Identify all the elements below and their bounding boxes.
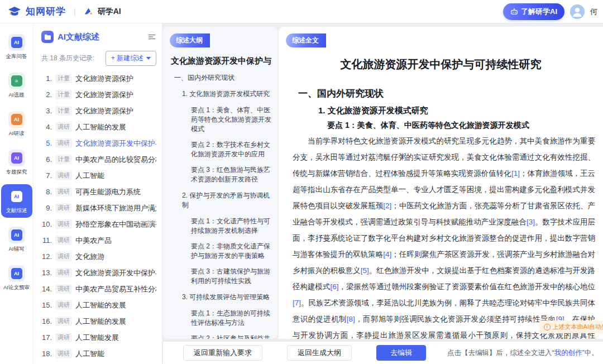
footer-note-prefix: 点击【去编辑】后，综述全文进入“ [447,349,554,357]
history-list-item[interactable]: 4.调研人工智能的发展 [41,119,156,135]
citation-link[interactable]: [6] [331,282,339,291]
history-list-item[interactable]: 14.调研中美农产品贸易互补性分析 [41,281,156,297]
sidebar-item-qa[interactable]: AI全库问答 [1,30,32,64]
history-item-title: 中美农产品贸易互补性分析 [75,284,156,294]
history-list-item[interactable]: 1.计量文化旅游资源保护 [41,70,156,87]
collapse-panel-icon[interactable] [147,33,156,41]
learn-ai-button[interactable]: 了解研学AI [503,3,564,20]
history-list-item[interactable]: 12.调研文化旅游 [41,248,156,265]
outline-item[interactable]: 要点 1：生态旅游的可持续性评估标准与方法 [191,309,272,328]
citation-link[interactable]: [5] [361,266,369,275]
history-item-index: 16. [41,317,52,325]
outline-item[interactable]: 要点 2：数字技术在乡村文化旅游资源开发中的应用 [191,140,272,159]
history-type-badge: 调研 [55,300,72,310]
outline-item[interactable]: 要点 1：美食、体育、中医药等特色文化旅游资源开发模式 [191,106,272,134]
history-list-item[interactable]: 11.调研中美农产品 [41,232,156,248]
history-item-index: 4. [41,123,52,131]
citation-link[interactable]: [8] [347,315,355,323]
history-list-item[interactable]: 17.调研人工智能发展 [41,329,156,346]
history-type-badge: 调研 [55,252,72,261]
outline-item[interactable]: 1. 文化旅游资源开发模式研究 [182,89,271,99]
history-item-title: 人工智能 [75,171,156,181]
history-item-title: 文化旅游资源保护 [75,106,156,116]
back-to-input-button[interactable]: 返回重新输入要求 [183,345,262,361]
footer-buttons: 重新生成返回重新输入要求返回生成大纲继续生成去编辑 [183,345,426,361]
history-type-badge: 调研 [55,171,72,180]
my-creations-link[interactable]: 我的创作 [554,349,582,357]
back-to-outline-button[interactable]: 返回生成大纲 [287,345,352,361]
history-list-item[interactable]: 16.调研人工智能的发展 [41,313,156,329]
history-item-title: 中美农产品的比较贸易分析 [75,155,156,165]
history-list-item[interactable]: 3.计量文化旅游资源保护 [41,103,156,119]
subsection-heading: 1. 文化旅游资源开发模式研究 [318,106,596,116]
history-list-item[interactable]: 18.调研人工智能 [41,346,156,362]
sidebar-item-label: AI选题 [9,92,25,99]
outline-item[interactable]: 要点 2：社区参与及利益共享机制的构建 [191,334,272,339]
new-review-button[interactable]: + 新建综述 [106,51,156,66]
history-item-title: 人工智能 [75,349,156,359]
history-type-badge: 调研 [55,122,72,132]
history-type-badge: 调研 [55,236,72,245]
outline-item[interactable]: 要点 2：非物质文化遗产保护与旅游开发的平衡策略 [191,242,272,261]
citation-link[interactable]: [3] [527,218,535,226]
history-panel: AI文献综述 共 18 条历史记录: + 新建综述 1.计量文化旅游资源保护2.… [34,23,162,364]
point1-heading: 要点 1：美食、体育、中医药等特色文化旅游资源开发模式 [327,121,596,131]
user-avatar[interactable] [570,4,585,19]
history-item-index: 15. [41,301,52,309]
citation-link[interactable]: [1] [511,169,520,178]
sidebar-item-write[interactable]: AIAI辅写 [1,223,32,256]
new-review-label: + 新建综述 [111,54,143,63]
history-list-item[interactable]: 8.调研可再生能源电力系统 [41,184,156,200]
history-type-badge: 调研 [55,333,72,342]
info-icon: ! [544,324,551,331]
username-text[interactable]: 何 [590,7,597,17]
outline-item[interactable]: 3. 可持续发展评估与管理策略 [182,293,271,302]
sidebar-item-read[interactable]: AIAI研读 [1,107,32,141]
history-item-title: 文化旅游资源保护 [75,90,156,100]
history-item-index: 8. [41,188,52,196]
citation-link[interactable]: [2] [383,202,391,210]
history-list-item[interactable]: 13.调研文化旅游资源开发中保护与可 [41,265,156,281]
outline-badge: 综述大纲 [170,33,210,47]
history-list-item[interactable]: 10.调研孙悟空形象在中国动画演变中 [41,216,156,232]
footer-note: 点击【去编辑】后，综述全文进入“我的创作”中。 [447,348,599,358]
go-edit-button[interactable]: 去编辑 [376,345,426,361]
citation-link[interactable]: [7] [293,299,301,307]
history-item-title: 文化旅游 [75,252,156,262]
history-list-item[interactable]: 7.调研人工智能 [41,167,156,184]
history-type-badge: 调研 [55,268,72,277]
outline-item[interactable]: 要点 3：古建筑保护与旅游利用的可持续性实践 [191,267,272,286]
history-panel-title: AI文献综述 [58,32,143,42]
ai-chat-icon: AI [8,34,25,51]
sidebar-item-label: AI研读 [9,130,25,137]
history-item-title: 新媒体环境下旅游用户满意度与 [75,203,156,213]
sidebar-item-precheck[interactable]: AIAI论文预审 [1,261,32,295]
history-list-item[interactable]: 9.调研新媒体环境下旅游用户满意度与 [41,200,156,216]
history-item-title: 人工智能的发展 [75,317,156,327]
history-list-item[interactable]: 2.计量文化旅游资源保护 [41,87,156,103]
cnki-cap-logo-icon [8,5,21,18]
history-item-index: 2. [41,90,52,99]
outline-item[interactable]: 2. 保护与开发的矛盾与协调机制 [182,191,271,210]
history-item-index: 1. [41,74,52,83]
sidebar-item-label: 全库问答 [6,53,27,60]
history-type-badge: 计量 [55,155,72,164]
sidebar-item-review[interactable]: AI文献综述 [1,184,32,218]
history-list-item[interactable]: 5.调研文化旅游资源开发中保护与可持 [41,135,156,151]
history-item-index: 5. [41,139,52,147]
history-item-title: 中美农产品 [75,236,156,246]
history-list-item[interactable]: 6.计量中美农产品的比较贸易分析 [41,151,156,167]
history-item-index: 10. [41,220,52,228]
citation-link[interactable]: [4] [383,250,391,258]
ai-read-icon: AI [8,111,25,128]
outline-item[interactable]: 要点 1：文化遗产特性与可持续旅游开发机制选择 [191,217,272,236]
ai-write-icon: AI [8,227,25,243]
history-list-item[interactable]: 15.调研人工智能的发展 [41,297,156,313]
sidebar-item-topic[interactable]: ≡AI选题 [1,69,32,102]
outline-item[interactable]: 一、国内外研究现状 [174,73,270,83]
history-type-badge: 调研 [55,317,72,326]
sidebar-item-explore[interactable]: AI专题探究 [1,146,32,179]
history-item-index: 9. [41,204,52,212]
outline-item[interactable]: 要点 3：红色旅游与民族艺术资源的创新开发路径 [191,165,272,184]
history-item-index: 7. [41,171,52,180]
